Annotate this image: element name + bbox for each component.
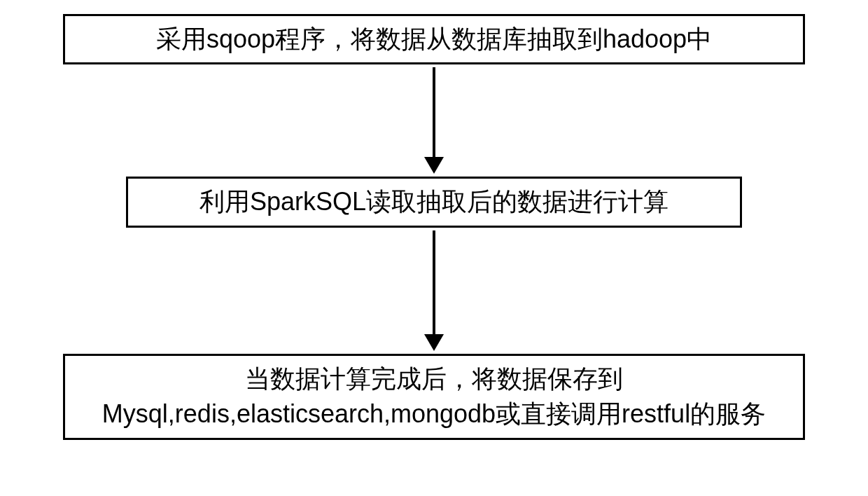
arrow-head-icon [424,334,444,351]
step-2-text: 利用SparkSQL读取抽取后的数据进行计算 [200,184,668,219]
flowchart-step-2: 利用SparkSQL读取抽取后的数据进行计算 [126,177,742,227]
arrow-2 [424,228,444,354]
step-3-text: 当数据计算完成后，将数据保存到Mysql,redis,elasticsearch… [76,361,792,432]
arrow-line-icon [433,230,435,336]
step-1-text: 采用sqoop程序，将数据从数据库抽取到hadoop中 [156,22,712,57]
flowchart-step-1: 采用sqoop程序，将数据从数据库抽取到hadoop中 [63,14,805,64]
arrow-line-icon [433,67,435,158]
arrow-head-icon [424,157,444,174]
arrow-1 [424,64,444,177]
flowchart-step-3: 当数据计算完成后，将数据保存到Mysql,redis,elasticsearch… [63,354,805,440]
